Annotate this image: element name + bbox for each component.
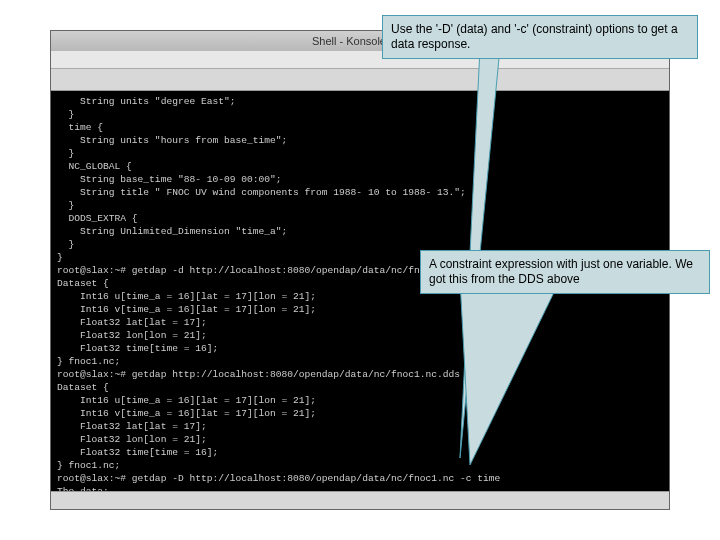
line: Dataset { bbox=[57, 278, 109, 289]
callout-text: Use the '-D' (data) and '-c' (constraint… bbox=[391, 22, 678, 51]
svg-marker-1 bbox=[460, 280, 560, 465]
line: } fnoc1.nc; bbox=[57, 460, 120, 471]
line: } bbox=[57, 109, 74, 120]
line: DODS_EXTRA { bbox=[57, 213, 138, 224]
line: } fnoc1.nc; bbox=[57, 356, 120, 367]
line: time { bbox=[57, 122, 103, 133]
line: String units "hours from base_time"; bbox=[57, 135, 287, 146]
line: Float32 lat[lat = 17]; bbox=[57, 317, 207, 328]
line: String units "degree East"; bbox=[57, 96, 235, 107]
line: The data: bbox=[57, 486, 109, 491]
line: Float32 lat[lat = 17]; bbox=[57, 421, 207, 432]
line: root@slax:~# getdap -D http://localhost:… bbox=[57, 473, 500, 484]
line: } bbox=[57, 200, 74, 211]
line: Int16 u[time_a = 16][lat = 17][lon = 21]… bbox=[57, 291, 316, 302]
callout-top: Use the '-D' (data) and '-c' (constraint… bbox=[382, 15, 698, 59]
line: Float32 lon[lon = 21]; bbox=[57, 434, 207, 445]
line: Float32 time[time = 16]; bbox=[57, 447, 218, 458]
callout-pointer-icon bbox=[430, 280, 570, 470]
line: Int16 v[time_a = 16][lat = 17][lon = 21]… bbox=[57, 408, 316, 419]
line: } bbox=[57, 239, 74, 250]
line: String Unlimited_Dimension "time_a"; bbox=[57, 226, 287, 237]
line: Float32 time[time = 16]; bbox=[57, 343, 218, 354]
line: Dataset { bbox=[57, 382, 109, 393]
line: NC_GLOBAL { bbox=[57, 161, 132, 172]
callout-text: A constraint expression with just one va… bbox=[429, 257, 693, 286]
line: String base_time "88- 10-09 00:00"; bbox=[57, 174, 282, 185]
callout-mid: A constraint expression with just one va… bbox=[420, 250, 710, 294]
line: Int16 v[time_a = 16][lat = 17][lon = 21]… bbox=[57, 304, 316, 315]
line: Int16 u[time_a = 16][lat = 17][lon = 21]… bbox=[57, 395, 316, 406]
status-bar bbox=[51, 491, 669, 509]
line: Float32 lon[lon = 21]; bbox=[57, 330, 207, 341]
line: } bbox=[57, 252, 63, 263]
line: } bbox=[57, 148, 74, 159]
